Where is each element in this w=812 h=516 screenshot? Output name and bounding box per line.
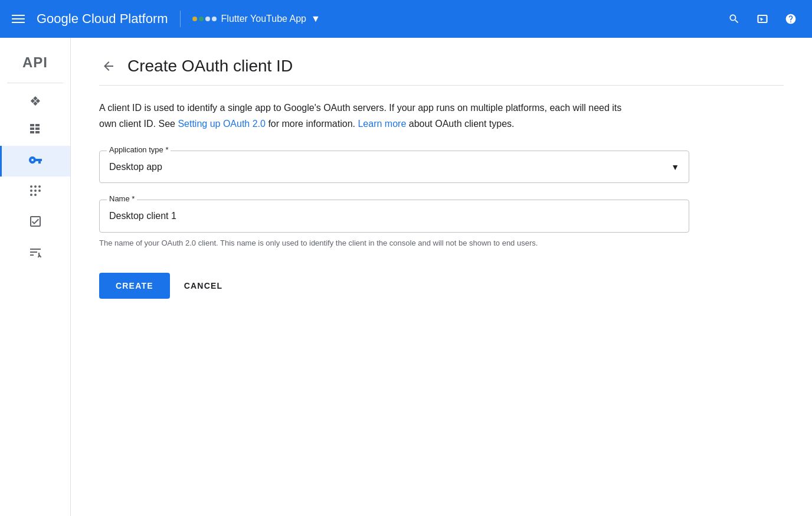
application-type-label: Application type *	[107, 145, 171, 154]
consent-icon	[28, 214, 42, 231]
name-label: Name *	[107, 194, 137, 203]
credentials-icon	[28, 153, 42, 169]
application-type-field: Application type * Desktop app Web appli…	[99, 151, 689, 183]
application-type-container: Application type * Desktop app Web appli…	[99, 151, 689, 183]
dropdown-arrow-icon: ▼	[311, 14, 320, 24]
sidebar-item-consent[interactable]	[0, 207, 70, 238]
brand-title: Google Cloud Platform	[37, 11, 168, 27]
description-part3: about OAuth client types.	[406, 119, 514, 129]
name-hint: The name of your OAuth 2.0 client. This …	[99, 237, 689, 249]
description-part2: for more information.	[266, 119, 358, 129]
svg-rect-1	[30, 128, 34, 130]
svg-point-13	[34, 194, 37, 196]
menu-button[interactable]	[9, 12, 27, 25]
project-icon	[192, 17, 217, 21]
sidebar: API ❖	[0, 38, 71, 516]
project-name: Flutter YouTube App	[221, 14, 306, 24]
learn-more-link[interactable]: Learn more	[358, 119, 406, 129]
settings-icon	[28, 245, 42, 262]
name-field: Name * The name of your OAuth 2.0 client…	[99, 200, 689, 249]
svg-rect-2	[30, 131, 34, 133]
layout: API ❖	[0, 38, 812, 516]
help-button[interactable]	[779, 7, 803, 31]
sidebar-item-dashboard[interactable]	[0, 115, 70, 146]
form-section: Application type * Desktop app Web appli…	[99, 151, 689, 299]
sidebar-item-settings[interactable]	[0, 238, 70, 269]
create-button[interactable]: CREATE	[99, 273, 170, 299]
back-button[interactable]	[99, 57, 118, 76]
project-selector[interactable]: Flutter YouTube App ▼	[192, 14, 320, 24]
svg-point-12	[30, 194, 32, 196]
header-actions	[722, 7, 803, 31]
svg-point-10	[34, 190, 37, 192]
dashboard-icon	[28, 122, 42, 139]
svg-rect-4	[35, 128, 40, 130]
name-input[interactable]	[100, 200, 689, 232]
oauth-setup-link[interactable]: Setting up OAuth 2.0	[178, 119, 266, 129]
domain-icon	[28, 184, 42, 200]
search-button[interactable]	[722, 7, 746, 31]
svg-rect-0	[30, 124, 34, 126]
api-label: API	[22, 47, 48, 83]
sidebar-item-domain[interactable]	[0, 177, 70, 207]
page-header: Create OAuth client ID	[99, 57, 784, 86]
svg-point-9	[30, 190, 32, 192]
svg-rect-3	[35, 124, 40, 126]
page-title: Create OAuth client ID	[127, 57, 293, 76]
name-container: Name *	[99, 200, 689, 233]
main-content: Create OAuth client ID A client ID is us…	[71, 38, 812, 516]
header: Google Cloud Platform Flutter YouTube Ap…	[0, 0, 812, 38]
cloud-shell-button[interactable]	[751, 7, 774, 31]
sidebar-divider	[7, 83, 63, 83]
sidebar-item-credentials[interactable]	[0, 146, 70, 177]
header-brand: Google Cloud Platform	[37, 11, 168, 27]
svg-point-11	[38, 190, 41, 192]
header-divider	[180, 11, 181, 27]
sidebar-item-overview[interactable]: ❖	[0, 88, 70, 115]
svg-point-8	[38, 185, 41, 188]
svg-rect-5	[35, 131, 40, 133]
application-type-select[interactable]: Desktop app Web application Android iOS …	[100, 151, 689, 182]
overview-icon: ❖	[30, 95, 41, 108]
svg-point-7	[34, 185, 37, 188]
description-text: A client ID is used to identify a single…	[99, 100, 630, 132]
button-row: CREATE CANCEL	[99, 273, 689, 299]
cancel-button[interactable]: CANCEL	[179, 273, 228, 299]
svg-point-6	[30, 185, 32, 188]
